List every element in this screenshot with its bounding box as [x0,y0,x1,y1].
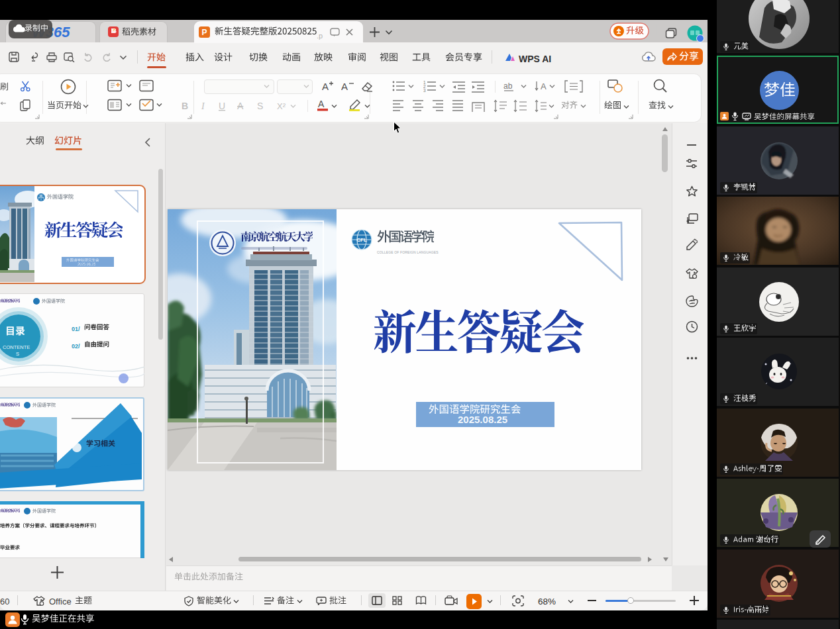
svg-text:U: U [219,101,225,111]
svg-text:X²: X² [277,101,286,111]
svg-text:3: 3 [423,88,426,93]
svg-text:B: B [182,101,188,111]
svg-text:P: P [201,28,207,37]
svg-text:A: A [322,81,329,92]
svg-text:ab: ab [503,81,513,91]
svg-text:I: I [201,101,205,111]
svg-text:S: S [257,101,263,111]
svg-text:A: A [237,101,244,111]
svg-text:A: A [341,81,348,92]
svg-text:CFL: CFL [356,237,367,243]
svg-text:A: A [318,99,325,109]
svg-text:A: A [541,81,547,91]
